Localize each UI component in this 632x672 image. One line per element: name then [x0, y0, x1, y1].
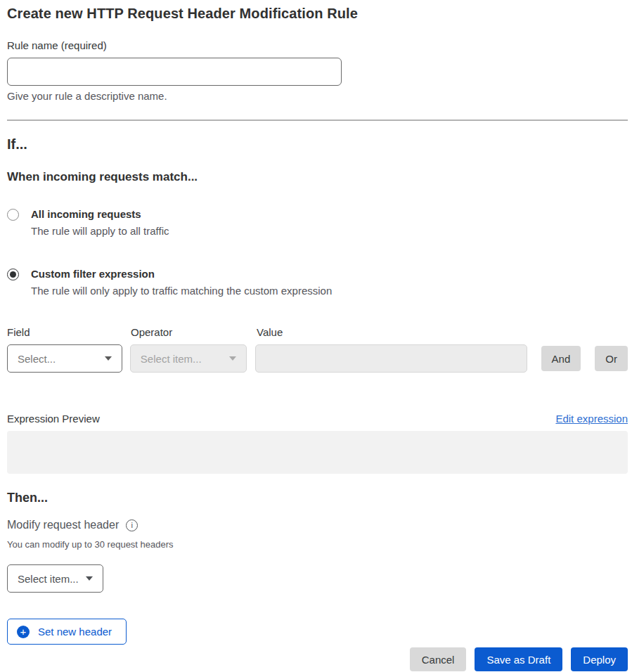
- if-heading: If...: [7, 136, 628, 153]
- deploy-button[interactable]: Deploy: [571, 647, 628, 671]
- header-item-select[interactable]: Select item...: [7, 564, 103, 593]
- expression-builder-row: Select... Select item... And Or: [7, 344, 628, 373]
- modify-request-header-label: Modify request header: [7, 519, 119, 531]
- or-button[interactable]: Or: [595, 346, 628, 371]
- radio-option-all-incoming[interactable]: All incoming requests The rule will appl…: [7, 208, 628, 237]
- modify-header-help: You can modify up to 30 request headers: [7, 539, 628, 550]
- radio-option-custom-filter[interactable]: Custom filter expression The rule will o…: [7, 268, 628, 297]
- radio-desc-all-incoming: The rule will apply to all traffic: [31, 225, 169, 237]
- chevron-down-icon: [105, 356, 112, 361]
- expression-preview-label: Expression Preview: [7, 413, 100, 425]
- value-input[interactable]: [255, 344, 527, 373]
- operator-select[interactable]: Select item...: [130, 344, 247, 373]
- value-label: Value: [257, 326, 283, 338]
- chevron-down-icon: [229, 356, 236, 361]
- rule-name-label: Rule name (required): [7, 39, 628, 51]
- match-subheading: When incoming requests match...: [7, 170, 628, 184]
- expression-builder-labels: Field Operator Value: [7, 326, 628, 338]
- modify-header-row: Modify request header: [7, 519, 628, 531]
- expression-preview-header: Expression Preview Edit expression: [7, 413, 628, 425]
- radio-desc-custom-filter: The rule will only apply to traffic matc…: [31, 285, 332, 297]
- operator-select-value: Select item...: [141, 353, 202, 365]
- field-label: Field: [7, 326, 131, 338]
- rule-name-help: Give your rule a descriptive name.: [7, 90, 628, 102]
- radio-unselected-icon[interactable]: [7, 209, 19, 221]
- field-select-value: Select...: [18, 353, 56, 365]
- plus-circle-icon: [17, 626, 30, 638]
- rule-name-input[interactable]: [7, 58, 342, 86]
- edit-expression-link[interactable]: Edit expression: [555, 413, 628, 425]
- then-heading: Then...: [7, 491, 628, 505]
- footer-actions: Cancel Save as Draft Deploy: [7, 647, 628, 671]
- radio-selected-icon[interactable]: [7, 269, 19, 280]
- chevron-down-icon: [86, 576, 93, 581]
- set-new-header-label: Set new header: [38, 626, 112, 638]
- operator-label: Operator: [131, 326, 257, 338]
- cancel-button[interactable]: Cancel: [410, 647, 467, 671]
- radio-label-all-incoming[interactable]: All incoming requests: [31, 208, 169, 220]
- info-icon[interactable]: [126, 519, 138, 531]
- save-as-draft-button[interactable]: Save as Draft: [475, 647, 562, 671]
- section-divider: [7, 119, 628, 121]
- set-new-header-button[interactable]: Set new header: [7, 619, 127, 645]
- expression-preview-box: [7, 431, 628, 474]
- radio-label-custom-filter[interactable]: Custom filter expression: [31, 268, 332, 280]
- and-button[interactable]: And: [541, 346, 581, 371]
- page-title: Create new HTTP Request Header Modificat…: [7, 6, 628, 22]
- header-item-select-value: Select item...: [18, 573, 79, 585]
- field-select[interactable]: Select...: [7, 344, 122, 373]
